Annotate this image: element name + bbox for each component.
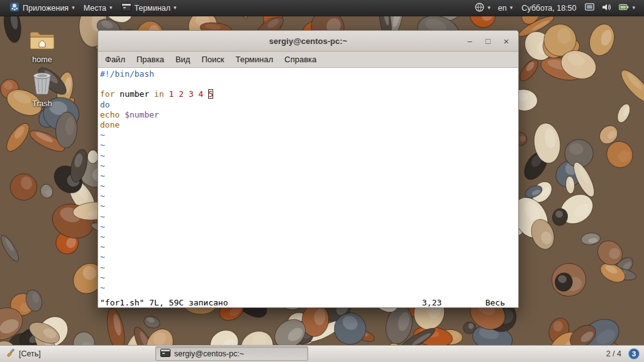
caret-down-icon: ▾ [72, 5, 75, 11]
desktop: Приложения ▾ Места ▾ Терминал ▾ ▾ en ▾ [0, 0, 644, 362]
terminal-content[interactable]: #!/bin/bash for number in 1 2 3 4 5doech… [98, 68, 518, 308]
window-title: sergiy@centos-pc:~ [98, 36, 518, 46]
caret-down-icon: ▾ [632, 5, 635, 11]
close-button[interactable]: × [502, 36, 511, 46]
bottom-panel: [Сеть] sergiy@centos-pc:~ 2 / 4 3 [0, 345, 644, 362]
code-line: #!/bin/bash [100, 69, 517, 79]
window-menubar: ФайлПравкаВидПоискТерминалСправка [98, 52, 518, 68]
caret-down-icon: ▾ [510, 5, 513, 11]
volume-icon [602, 3, 611, 13]
globe-indicator[interactable]: ▾ [471, 0, 494, 16]
terminal-app-menu[interactable]: Терминал ▾ [117, 0, 181, 16]
top-panel: Приложения ▾ Места ▾ Терминал ▾ ▾ en ▾ [0, 0, 644, 16]
window-titlebar[interactable]: sergiy@centos-pc:~ – □ × [98, 31, 518, 52]
tilde-line: ~ [100, 232, 517, 242]
caret-down-icon: ▾ [109, 5, 113, 11]
terminal-menu-label: Терминал [135, 4, 171, 13]
tilde-line: ~ [100, 263, 517, 273]
editor-code: #!/bin/bash for number in 1 2 3 4 5doech… [98, 68, 518, 293]
taskbar-item-terminal[interactable]: sergiy@centos-pc:~ [155, 346, 308, 361]
panel-status-area: ▾ en ▾ Суббота, 18:50 ▾ [471, 0, 639, 16]
tilde-line: ~ [100, 212, 517, 222]
menu-item-search[interactable]: Поиск [196, 52, 230, 67]
network-status[interactable]: [Сеть] [4, 346, 43, 362]
desktop-icon-label: Trash [23, 99, 62, 108]
tilde-line: ~ [100, 252, 517, 262]
tilde-line: ~ [100, 181, 517, 191]
code-token: echo [100, 110, 125, 119]
vim-status-scroll: Весь [486, 298, 505, 307]
language-label: en [498, 4, 507, 13]
volume-indicator[interactable] [598, 0, 615, 16]
tilde-line: ~ [100, 161, 517, 171]
tilde-line: ~ [100, 130, 517, 140]
code-line: done [100, 120, 517, 130]
desktop-icon-home[interactable]: home [23, 29, 62, 64]
applications-icon [9, 2, 19, 14]
battery-indicator[interactable]: ▾ [615, 0, 639, 16]
display-icon [585, 3, 594, 13]
terminal-icon [160, 349, 170, 359]
applications-label: Приложения [23, 4, 69, 13]
tilde-line: ~ [100, 222, 517, 232]
code-token: for [100, 89, 119, 99]
terminal-window: sergiy@centos-pc:~ – □ × ФайлПравкаВидПо… [97, 30, 519, 308]
vim-status-file: "for1.sh" 7L, 59C записано [100, 298, 228, 307]
window-controls: – □ × [465, 36, 518, 46]
places-label: Места [84, 4, 106, 13]
code-line: do [100, 100, 517, 110]
code-token: 1 2 3 4 [169, 89, 209, 99]
tool-icon [6, 349, 15, 359]
battery-icon [619, 4, 629, 13]
tilde-line: ~ [100, 242, 517, 252]
menu-item-view[interactable]: Вид [170, 52, 196, 67]
desktop-icon-trash[interactable]: Trash [23, 72, 62, 108]
caret-down-icon: ▾ [487, 5, 491, 11]
tilde-line: ~ [100, 273, 517, 283]
minimize-button[interactable]: – [465, 37, 474, 45]
notification-badge[interactable]: 3 [628, 348, 640, 359]
vim-status-position: 3,23 [422, 298, 441, 307]
code-token: number [119, 89, 154, 99]
vim-statusline: "for1.sh" 7L, 59C записано 3,23 Весь [98, 297, 518, 307]
vim-cursor: 5 [208, 89, 213, 99]
tilde-line: ~ [100, 140, 517, 150]
desktop-icon-label: home [23, 55, 62, 64]
clock[interactable]: Суббота, 18:50 [516, 4, 581, 13]
menu-item-file[interactable]: Файл [99, 52, 131, 67]
tilde-line: ~ [100, 151, 517, 161]
home-folder-icon [29, 29, 55, 54]
code-token: in [154, 89, 169, 99]
menu-item-help[interactable]: Справка [279, 52, 322, 67]
network-label: [Сеть] [19, 349, 41, 358]
menu-item-edit[interactable]: Правка [131, 52, 170, 67]
code-token: #!/bin/bash [100, 69, 154, 79]
code-token: done [100, 120, 119, 129]
globe-icon [475, 3, 484, 14]
code-line: for number in 1 2 3 4 5 [100, 89, 517, 99]
tilde-line: ~ [100, 283, 517, 293]
maximize-button[interactable]: □ [484, 37, 492, 45]
language-switcher[interactable]: en ▾ [494, 0, 516, 16]
display-indicator[interactable] [581, 0, 598, 16]
menu-item-terminal[interactable]: Терминал [230, 52, 279, 67]
applications-menu[interactable]: Приложения ▾ [5, 0, 79, 16]
code-line [100, 79, 517, 89]
bottom-panel-right: 2 / 4 3 [606, 346, 640, 362]
taskbar-item-label: sergiy@centos-pc:~ [174, 349, 244, 358]
tilde-line: ~ [100, 201, 517, 211]
workspace-switcher[interactable]: 2 / 4 [606, 349, 621, 358]
places-menu[interactable]: Места ▾ [79, 0, 117, 16]
code-line: echo $number [100, 110, 517, 120]
tilde-line: ~ [100, 171, 517, 181]
tilde-line: ~ [100, 191, 517, 201]
trash-icon [32, 72, 52, 98]
code-token: $number [125, 110, 159, 119]
caret-down-icon: ▾ [174, 5, 177, 11]
terminal-icon [121, 3, 131, 13]
code-token: do [100, 100, 110, 109]
